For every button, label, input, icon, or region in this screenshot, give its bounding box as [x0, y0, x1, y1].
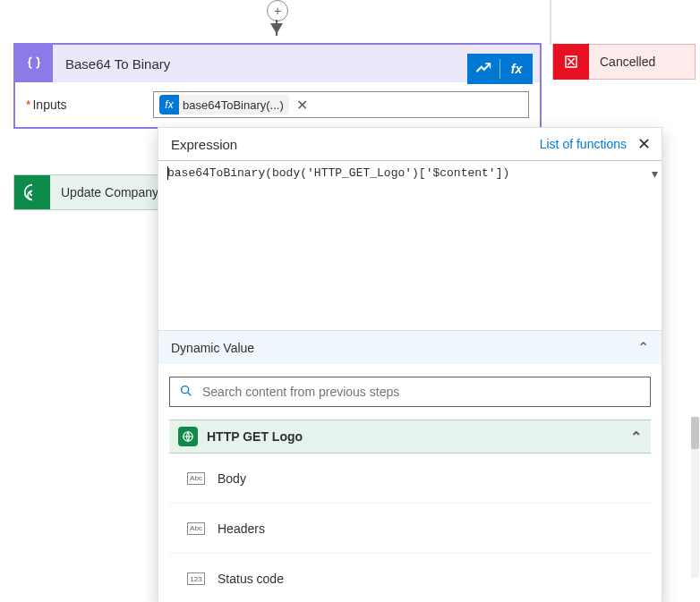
search-input[interactable] — [201, 384, 641, 400]
close-popout-button[interactable]: ✕ — [634, 134, 654, 154]
list-of-functions-link[interactable]: List of functions — [540, 137, 627, 151]
step-name: HTTP GET Logo — [207, 429, 303, 444]
expression-popout: Expression List of functions ✕ base64ToB… — [158, 127, 662, 602]
braces-icon — [15, 45, 53, 82]
type-badge-abc: Abc — [187, 472, 205, 485]
chevron-up-icon: ⌃ — [630, 428, 642, 445]
expression-pill[interactable]: fx base64ToBinary(...) — [159, 95, 289, 114]
svg-point-1 — [182, 386, 189, 393]
pill-text: base64ToBinary(...) — [179, 98, 289, 112]
type-badge-123: 123 — [187, 572, 205, 585]
globe-icon — [178, 427, 198, 446]
swirl-icon — [14, 174, 50, 210]
action-card-header[interactable]: Base64 To Binary fx — [15, 45, 540, 82]
list-item[interactable]: Abc Headers — [169, 504, 651, 554]
expr-scroll-down-icon[interactable]: ▾ — [652, 166, 658, 181]
update-company-label: Update Company — [61, 185, 158, 199]
cancelled-label: Cancelled — [600, 55, 655, 69]
step-header-http-get-logo[interactable]: HTTP GET Logo ⌃ — [169, 420, 651, 454]
dv-item-label: Body — [218, 471, 246, 486]
cancel-icon — [553, 44, 589, 80]
dynamic-value-title: Dynamic Value — [171, 341, 254, 355]
expression-fx-button[interactable]: fx — [500, 54, 533, 84]
terminate-cancelled-card[interactable]: Cancelled — [552, 44, 696, 80]
fx-icon: fx — [159, 95, 179, 114]
arrow-down-icon — [270, 23, 283, 34]
dv-item-label: Headers — [218, 521, 265, 536]
action-card-base64[interactable]: Base64 To Binary fx *Inputs fx base64ToB… — [13, 43, 542, 129]
action-card-update-company[interactable]: Update Company — [13, 174, 161, 210]
plus-icon: + — [274, 4, 281, 18]
scrollbar-thumb[interactable] — [691, 417, 699, 449]
add-step-button[interactable]: + — [267, 0, 288, 21]
text-caret — [167, 166, 168, 180]
scrollbar-track[interactable] — [691, 417, 699, 578]
dynamic-value-list: Abc Body Abc Headers 123 Status code — [169, 454, 651, 597]
popout-header: Expression List of functions ✕ — [158, 128, 662, 160]
remove-pill-button[interactable]: ✕ — [293, 97, 312, 114]
action-card-title: Base64 To Binary — [65, 56, 170, 72]
chevron-up-icon: ⌃ — [637, 339, 649, 356]
dynamic-content-button[interactable] — [467, 54, 499, 84]
type-badge-abc: Abc — [187, 522, 205, 535]
dynamic-value-body: HTTP GET Logo ⌃ Abc Body Abc Headers 123… — [158, 364, 662, 602]
inputs-label: *Inputs — [26, 98, 67, 112]
action-card-body: *Inputs fx base64ToBinary(...) ✕ — [15, 82, 540, 127]
list-item[interactable]: Abc Body — [169, 454, 651, 504]
card-toolbar: fx — [467, 54, 533, 84]
dynamic-value-search[interactable] — [169, 377, 651, 407]
expression-text: base64ToBinary(body('HTTP_GET_Logo')['$c… — [158, 161, 662, 185]
dynamic-value-header[interactable]: Dynamic Value ⌃ — [158, 330, 662, 364]
list-item[interactable]: 123 Status code — [169, 554, 651, 597]
popout-title: Expression — [171, 137, 237, 152]
connector-line — [550, 0, 551, 45]
expression-editor[interactable]: base64ToBinary(body('HTTP_GET_Logo')['$c… — [158, 160, 662, 330]
search-icon — [179, 384, 193, 401]
dv-item-label: Status code — [218, 572, 284, 586]
inputs-field[interactable]: fx base64ToBinary(...) ✕ — [153, 91, 529, 118]
